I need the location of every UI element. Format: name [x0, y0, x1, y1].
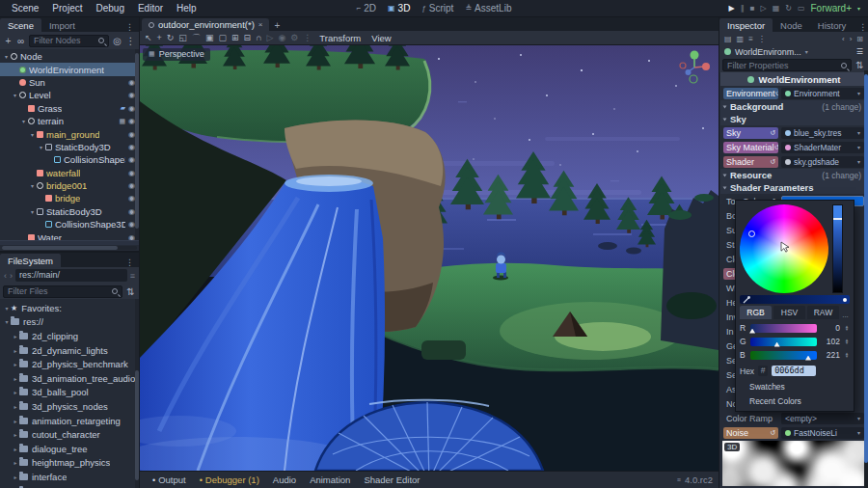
tree-node-row[interactable]: ▾terrain▦◉: [0, 115, 139, 127]
menu-view[interactable]: View: [368, 33, 393, 43]
expand-arrow-icon[interactable]: ▾: [28, 182, 37, 189]
intensity-bar[interactable]: [740, 295, 850, 304]
inspector-row[interactable]: Noise↺FastNoiseLi▾: [720, 425, 867, 440]
expand-arrow-icon[interactable]: ▸: [12, 375, 19, 382]
tree-node-row[interactable]: Sun◉: [0, 76, 139, 89]
file-row[interactable]: ▸3d_animation_tree_audio: [0, 371, 139, 386]
mode-tab-script[interactable]: ƒScript: [421, 3, 453, 14]
current-path[interactable]: res://main/: [15, 269, 127, 282]
node-badge-icon[interactable]: ▦: [119, 118, 125, 125]
filter-nodes-input[interactable]: Filter Nodes: [29, 35, 109, 47]
visibility-toggle-icon[interactable]: ◉: [128, 117, 135, 125]
scene-tree-menu-icon[interactable]: ⋮: [125, 36, 136, 46]
visibility-toggle-icon[interactable]: ◉: [128, 220, 135, 229]
visibility-toggle-icon[interactable]: ◉: [128, 155, 135, 164]
add-node-button[interactable]: +: [3, 36, 14, 46]
file-row[interactable]: ▸heightmap_physics: [0, 456, 139, 471]
save-resource-icon[interactable]: ≡: [748, 35, 753, 43]
file-row[interactable]: ▸cutout_character: [0, 427, 139, 442]
tab-scene[interactable]: Scene: [0, 18, 41, 32]
menu-scene[interactable]: Scene: [6, 2, 44, 14]
tree-node-row[interactable]: WorldEnvironment: [0, 63, 139, 75]
expand-arrow-icon[interactable]: ▸: [12, 474, 19, 480]
file-row[interactable]: ▾res://: [0, 315, 139, 330]
bottom-tab-audio[interactable]: Audio: [266, 474, 303, 485]
file-row[interactable]: ▸interface: [0, 470, 139, 484]
file-row[interactable]: ▸2d_clipping: [0, 329, 139, 343]
inspector-row[interactable]: Shader↺sky.gdshade▾: [720, 154, 867, 169]
nav-forward-icon[interactable]: ›: [10, 271, 13, 281]
ruler-tool-icon[interactable]: ⌒: [192, 32, 201, 44]
play-custom-scene-button[interactable]: ▦: [773, 4, 780, 13]
expand-arrow-icon[interactable]: ▸: [12, 347, 19, 354]
visibility-toggle-icon[interactable]: ◉: [128, 194, 135, 203]
inspector-row[interactable]: Color Ramp<empty>▾: [720, 411, 867, 425]
mode-tab-2d[interactable]: ⌐2D: [357, 3, 376, 14]
channel-value[interactable]: 221: [821, 350, 840, 360]
expand-arrow-icon[interactable]: ▾: [3, 318, 11, 325]
object-menu-icon[interactable]: ⊞: [856, 35, 863, 43]
noise-texture-preview[interactable]: 3D: [722, 441, 865, 486]
color-mode-tab-rgb[interactable]: RGB: [740, 306, 772, 319]
menu-project[interactable]: Project: [46, 2, 88, 14]
expand-arrow-icon[interactable]: ▸: [12, 333, 19, 339]
file-row[interactable]: ▸2d_physics_benchmark: [0, 357, 139, 371]
menu-debug[interactable]: Debug: [90, 2, 129, 14]
filter-files-input[interactable]: Filter Files: [3, 285, 122, 298]
expand-arrow-icon[interactable]: ▸: [12, 361, 19, 367]
file-row[interactable]: ▸3d_physics_nodes: [0, 399, 139, 414]
perspective-menu[interactable]: ▦ Perspective: [143, 48, 210, 61]
expand-arrow-icon[interactable]: ▸: [12, 446, 19, 452]
revert-icon[interactable]: ↺: [770, 158, 775, 166]
menu-transform[interactable]: Transform: [316, 33, 364, 43]
stop-button[interactable]: ■: [750, 4, 755, 13]
tree-node-row[interactable]: bridge◉: [0, 192, 139, 204]
tree-node-row[interactable]: ▾Node: [0, 50, 139, 63]
property-value[interactable]: sky.gdshade▾: [781, 156, 864, 168]
expand-arrow-icon[interactable]: ▾: [28, 131, 37, 138]
channel-slider[interactable]: [750, 351, 817, 360]
group-icon[interactable]: ⊞: [231, 33, 239, 42]
sub-resource-icon[interactable]: ☰: [856, 47, 863, 56]
expand-arrow-icon[interactable]: ▾: [2, 53, 11, 60]
expand-arrow-icon[interactable]: ▾: [28, 208, 37, 215]
channel-slider[interactable]: [750, 338, 817, 346]
visibility-toggle-icon[interactable]: ◉: [128, 104, 135, 113]
favorites-filter-icon[interactable]: ◎: [112, 36, 122, 46]
close-tab-icon[interactable]: ×: [258, 20, 263, 29]
tree-node-row[interactable]: CollisionShape3D◉: [0, 153, 139, 166]
unlock-icon[interactable]: ▢: [218, 33, 227, 42]
file-row[interactable]: ▸animation_retargeting: [0, 414, 139, 428]
tab-inspector[interactable]: Inspector: [719, 18, 773, 32]
scene-tab[interactable]: outdoor_environment(*) ×: [142, 18, 269, 31]
tree-node-row[interactable]: ▾Level◉: [0, 89, 139, 101]
node-badge-icon[interactable]: ▰: [121, 104, 125, 112]
resource-menu-icon[interactable]: ⋮: [758, 35, 766, 43]
inspector-section[interactable]: Background(1 change): [720, 100, 867, 113]
move-tool-icon[interactable]: +: [157, 33, 162, 42]
expand-arrow-icon[interactable]: ▾: [19, 118, 28, 124]
inspector-row[interactable]: Sky Material↺ShaderMater▾: [720, 140, 867, 154]
value-slider[interactable]: [832, 204, 843, 293]
movie-mode-button[interactable]: ▭: [798, 4, 805, 13]
history-forward-icon[interactable]: ›: [850, 35, 853, 43]
inspector-section[interactable]: Resource(1 change): [720, 169, 867, 181]
revert-icon[interactable]: ↺: [775, 90, 778, 97]
snap-icon[interactable]: ∩: [256, 33, 261, 42]
visibility-toggle-icon[interactable]: ◉: [128, 78, 135, 87]
tree-node-row[interactable]: ▾StaticBody3D◉: [0, 141, 139, 153]
inspector-section[interactable]: Sky: [720, 113, 867, 125]
intensity-handle[interactable]: [843, 298, 847, 302]
property-value[interactable]: <empty>▾: [781, 413, 864, 424]
slider-handle[interactable]: [805, 356, 811, 361]
new-resource-icon[interactable]: ▤: [724, 35, 732, 43]
eyedropper-icon[interactable]: [743, 296, 750, 304]
scale-tool-icon[interactable]: ◱: [178, 33, 187, 42]
mode-tab-3d[interactable]: ▣3D: [388, 3, 410, 14]
visibility-toggle-icon[interactable]: ◉: [128, 91, 135, 99]
new-tab-button[interactable]: +: [274, 20, 280, 31]
inspector-row[interactable]: Environment↺Environment▾: [720, 86, 867, 100]
revert-icon[interactable]: ↺: [774, 144, 778, 151]
expand-arrow-icon[interactable]: ▸: [12, 418, 19, 424]
channel-value[interactable]: 102: [821, 337, 840, 346]
